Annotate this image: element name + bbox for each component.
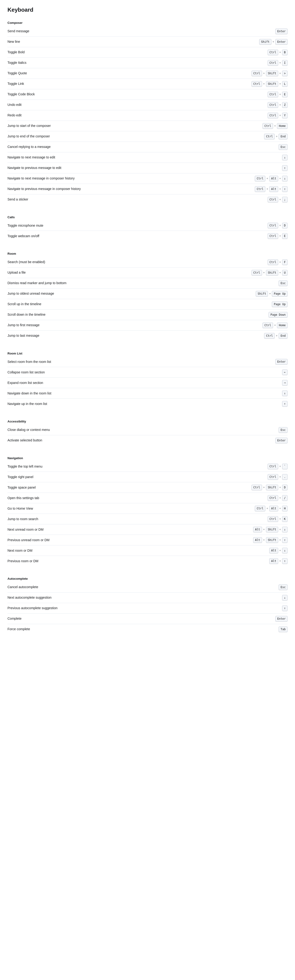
- key-badge: Page Down: [269, 312, 287, 318]
- table-row: Search (must be enabled)Ctrl+F: [8, 257, 287, 267]
- shortcut-keys: Ctrl+Alt+H: [158, 503, 287, 514]
- shortcut-action: Force complete: [8, 624, 233, 635]
- key-separator: +: [269, 292, 271, 296]
- shortcut-keys: ↓: [233, 592, 287, 603]
- key-badge: /: [282, 495, 287, 501]
- key-separator: +: [274, 124, 276, 128]
- shortcut-action: Previous autocomplete suggestion: [8, 603, 233, 613]
- key-badge: Ctrl: [263, 323, 273, 328]
- key-separator: +: [279, 113, 281, 118]
- key-badge: K: [282, 516, 287, 522]
- section-title-autocomplete: Autocomplete: [8, 576, 287, 581]
- table-row: Close dialog or context menuEsc: [8, 425, 287, 435]
- shortcut-action: Navigate up in the room list: [8, 399, 226, 409]
- shortcut-keys: Alt+↓: [158, 546, 287, 556]
- shortcut-action: Send a sticker: [8, 194, 195, 205]
- key-badge: →: [282, 380, 287, 385]
- key-separator: +: [263, 485, 265, 490]
- table-row: Jump to start of the composerCtrl+Home: [8, 121, 287, 131]
- table-row: Expand room list section→: [8, 378, 287, 388]
- key-badge: Shift: [256, 291, 268, 296]
- shortcut-action: Redo edit: [8, 110, 195, 121]
- key-badge: ↑: [282, 605, 287, 611]
- table-row: Toggle webcam on/offCtrl+E: [8, 231, 287, 241]
- key-badge: Alt: [269, 176, 278, 181]
- shortcut-keys: Ctrl+K: [158, 514, 287, 524]
- key-badge: F: [282, 259, 287, 265]
- shortcut-keys: Alt+Shift+↓: [158, 524, 287, 535]
- key-badge: Shift: [259, 39, 271, 45]
- shortcut-keys: Esc: [181, 278, 287, 288]
- key-badge: Ctrl: [252, 270, 262, 275]
- shortcut-action: Toggle microphone mute: [8, 220, 188, 231]
- table-row: Previous autocomplete suggestion↑: [8, 603, 287, 613]
- key-badge: ↓: [282, 390, 287, 396]
- shortcut-action: Next unread room or DM: [8, 524, 158, 535]
- shortcut-action: Jump to start of the composer: [8, 121, 195, 131]
- table-row: Toggle BoldCtrl+B: [8, 47, 287, 57]
- key-separator: +: [263, 82, 265, 86]
- shortcut-keys: Page Down: [181, 309, 287, 320]
- shortcut-action: Toggle the top left menu: [8, 461, 158, 472]
- shortcut-action: Next room or DM: [8, 546, 158, 556]
- shortcut-keys: Ctrl+Z: [195, 100, 287, 110]
- shortcut-action: New line: [8, 37, 195, 47]
- shortcut-action: Search (must be enabled): [8, 257, 181, 267]
- key-separator: +: [279, 234, 281, 238]
- key-badge: Alt: [253, 527, 262, 532]
- table-row: Jump to last messageCtrl+End: [8, 330, 287, 341]
- shortcut-keys: Page Up: [181, 299, 287, 309]
- key-separator: +: [279, 270, 281, 275]
- key-badge: Esc: [279, 280, 287, 286]
- shortcut-action: Navigate to next message to edit: [8, 152, 195, 162]
- key-badge: D: [282, 485, 287, 490]
- key-separator: +: [279, 506, 281, 511]
- section-title-calls: Calls: [8, 215, 287, 220]
- shortcut-action: Toggle right panel: [8, 472, 158, 482]
- key-separator: +: [263, 71, 265, 75]
- table-row: Force completeTab: [8, 624, 287, 635]
- section-title-room: Room: [8, 251, 287, 256]
- shortcut-action: Close dialog or context menu: [8, 425, 225, 435]
- table-row: Scroll down in the timelinePage Down: [8, 309, 287, 320]
- shortcut-action: Expand room list section: [8, 378, 226, 388]
- shortcut-keys: Ctrl+Alt+↑: [195, 184, 287, 194]
- key-badge: End: [279, 333, 287, 339]
- page-title: Keyboard: [8, 6, 287, 14]
- key-badge: ↑: [282, 537, 287, 543]
- key-badge: E: [282, 233, 287, 239]
- table-row: Send messageEnter: [8, 26, 287, 37]
- table-row: Dismiss read marker and jump to bottomEs…: [8, 278, 287, 288]
- table-row: Previous unread room or DMAlt+Shift+↑: [8, 535, 287, 546]
- shortcut-keys: ↑: [233, 603, 287, 613]
- key-badge: I: [282, 60, 287, 66]
- shortcut-keys: Shift+Enter: [195, 37, 287, 47]
- keyboard-table-navigation: Toggle the top left menuCtrl+`Toggle rig…: [8, 461, 287, 566]
- table-row: Toggle microphone muteCtrl+D: [8, 220, 287, 231]
- keyboard-table-accessibility: Close dialog or context menuEscActivate …: [8, 425, 287, 445]
- shortcut-keys: Ctrl+E: [188, 231, 287, 241]
- shortcut-keys: Ctrl+Shift+>: [195, 68, 287, 78]
- key-separator: +: [266, 177, 268, 181]
- key-badge: ←: [282, 369, 287, 375]
- key-separator: +: [279, 103, 281, 107]
- table-row: Toggle right panelCtrl+.: [8, 472, 287, 482]
- key-badge: Tab: [279, 627, 287, 632]
- section-navigation: NavigationToggle the top left menuCtrl+`…: [8, 456, 287, 566]
- shortcut-keys: Esc: [233, 582, 287, 593]
- shortcut-keys: Ctrl+End: [195, 131, 287, 142]
- table-row: Toggle QuoteCtrl+Shift+>: [8, 68, 287, 78]
- shortcut-action: Cancel autocomplete: [8, 582, 233, 593]
- shortcut-action: Go to Home View: [8, 503, 158, 514]
- keyboard-table-room-list: Select room from the room listEnterColla…: [8, 356, 287, 409]
- key-separator: +: [266, 506, 268, 511]
- table-row: Go to Home ViewCtrl+Alt+H: [8, 503, 287, 514]
- shortcut-keys: Ctrl+F: [181, 257, 287, 267]
- key-badge: B: [282, 49, 287, 55]
- table-row: Send a stickerCtrl+;: [8, 194, 287, 205]
- key-separator: +: [279, 475, 281, 479]
- keyboard-table-autocomplete: Cancel autocompleteEscNext autocomplete …: [8, 582, 287, 635]
- table-row: Navigate to previous message in composer…: [8, 184, 287, 194]
- key-badge: Alt: [269, 186, 278, 192]
- table-row: Jump to room searchCtrl+K: [8, 514, 287, 524]
